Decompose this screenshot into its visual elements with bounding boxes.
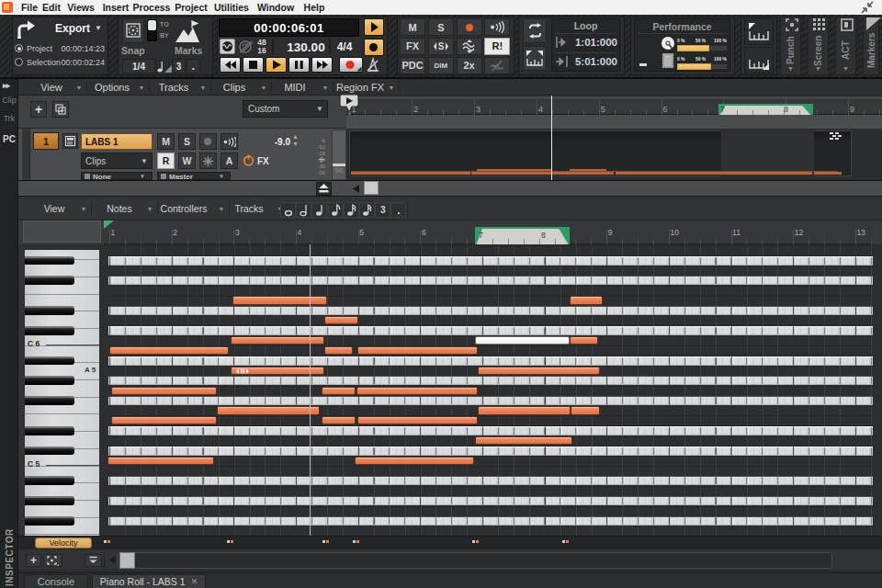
- svg-text:S: S: [437, 41, 444, 51]
